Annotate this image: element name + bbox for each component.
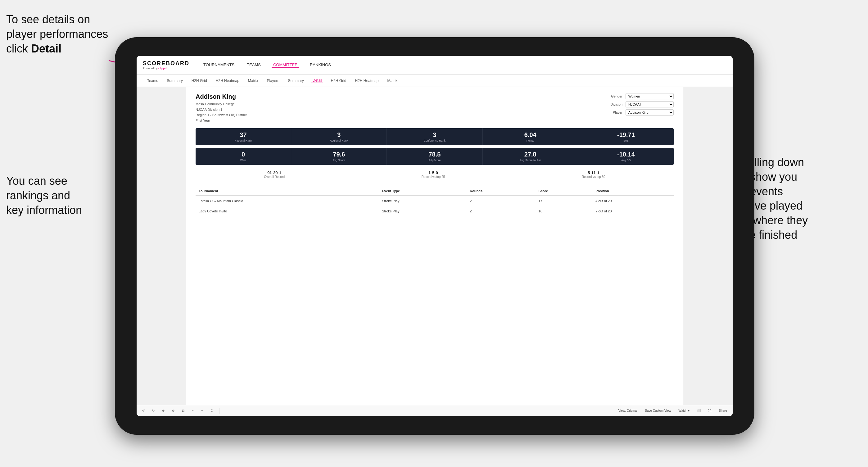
main-nav: TOURNAMENTS TEAMS COMMITTEE RANKINGS	[202, 62, 333, 68]
record-top25: 1-5-0 Record vs top 25	[422, 170, 445, 179]
division-control: Division NJCAA I	[606, 101, 674, 107]
tablet-shell: SCOREBOARD Powered by clippd TOURNAMENTS…	[115, 37, 754, 435]
score-1: 17	[535, 196, 593, 206]
annotation-top-left: To see details on player performances cl…	[6, 12, 124, 56]
position-2: 7 out of 20	[592, 206, 674, 216]
logo-powered: Powered by clippd	[143, 67, 189, 70]
subnav-players[interactable]: Players	[266, 79, 280, 83]
toolbar-plus[interactable]: +	[199, 408, 205, 413]
col-position: Position	[592, 187, 674, 196]
gender-label: Gender	[606, 94, 622, 98]
left-panel	[136, 87, 186, 405]
toolbar-right: View: Original Save Custom View Watch ▾ …	[617, 408, 729, 413]
toolbar-divider	[219, 408, 219, 414]
tournament-name-1: Estella CC- Mountain Classic	[195, 196, 379, 206]
col-event-type: Event Type	[379, 187, 467, 196]
stat-points: 6.04 Points	[483, 128, 578, 145]
stat-wins: 0 Wins	[195, 148, 291, 165]
content-area: Addison King Mesa Community College NJCA…	[136, 87, 733, 405]
stat-avg-score: 79.6 Avg Score	[291, 148, 387, 165]
tournament-table: Tournament Event Type Rounds Score Posit…	[195, 187, 674, 216]
toolbar-remove[interactable]: ⊖	[170, 408, 176, 413]
gender-control: Gender Women	[606, 93, 674, 99]
subnav-summary[interactable]: Summary	[165, 79, 184, 83]
player-region: Region 1 - Southwest (18) District	[195, 113, 247, 118]
player-division: NJCAA Division 1	[195, 107, 247, 113]
toolbar-undo[interactable]: ↺	[140, 408, 147, 413]
logo-scoreboard: SCOREBOARD	[143, 60, 189, 67]
score-2: 16	[535, 206, 593, 216]
player-name: Addison King	[195, 93, 247, 100]
col-empty	[343, 187, 379, 196]
toolbar-watch[interactable]: Watch ▾	[677, 408, 692, 413]
col-score: Score	[535, 187, 593, 196]
stats-row-2: 0 Wins 79.6 Avg Score 78.5 Adj Score 27.…	[195, 148, 674, 165]
right-panel	[683, 87, 733, 405]
toolbar-share[interactable]: Share	[717, 408, 729, 413]
sub-nav: Teams Summary H2H Grid H2H Heatmap Matri…	[136, 74, 733, 87]
subnav-h2h-heatmap[interactable]: H2H Heatmap	[215, 79, 241, 83]
player-controls: Gender Women Division NJCAA I	[606, 93, 674, 116]
position-1: 4 out of 20	[592, 196, 674, 206]
toolbar-grid[interactable]: ⊡	[180, 408, 186, 413]
main-content: Addison King Mesa Community College NJCA…	[186, 87, 683, 405]
top-nav: SCOREBOARD Powered by clippd TOURNAMENTS…	[136, 56, 733, 74]
player-control: Player Addison King	[606, 109, 674, 116]
player-header: Addison King Mesa Community College NJCA…	[195, 93, 674, 123]
subnav-summary2[interactable]: Summary	[286, 79, 305, 83]
stat-avg-sg: -10.14 Avg SG	[578, 148, 674, 165]
table-row: Estella CC- Mountain Classic Stroke Play…	[195, 196, 674, 206]
tablet-screen: SCOREBOARD Powered by clippd TOURNAMENTS…	[136, 56, 733, 416]
subnav-matrix2[interactable]: Matrix	[386, 79, 399, 83]
toolbar-minus[interactable]: −	[190, 408, 195, 413]
table-row: Lady Coyote Invite Stroke Play 2 16 7 ou…	[195, 206, 674, 216]
rounds-2: 2	[467, 206, 535, 216]
player-info: Addison King Mesa Community College NJCA…	[195, 93, 247, 123]
division-label: Division	[606, 102, 622, 106]
subnav-teams[interactable]: Teams	[146, 79, 159, 83]
stat-adj-score: 78.5 Adj Score	[387, 148, 483, 165]
player-year: First Year	[195, 118, 247, 124]
event-type-2: Stroke Play	[379, 206, 467, 216]
col-rounds: Rounds	[467, 187, 535, 196]
stat-avg-score-par: 27.8 Avg Score to Par	[483, 148, 578, 165]
stat-national-rank: 37 National Rank	[195, 128, 291, 145]
nav-rankings[interactable]: RANKINGS	[308, 62, 333, 68]
toolbar-screen[interactable]: ⬜	[695, 408, 703, 413]
stat-sos: -19.71 SoS	[578, 128, 674, 145]
stat-conference-rank: 3 Conference Rank	[387, 128, 483, 145]
subnav-detail[interactable]: Detail	[311, 78, 323, 83]
subnav-h2h-grid[interactable]: H2H Grid	[190, 79, 208, 83]
rounds-1: 2	[467, 196, 535, 206]
nav-committee[interactable]: COMMITTEE	[272, 62, 299, 68]
nav-tournaments[interactable]: TOURNAMENTS	[202, 62, 236, 68]
col-tournament: Tournament	[195, 187, 343, 196]
stat-regional-rank: 3 Regional Rank	[291, 128, 387, 145]
annotation-bottom-left: You can see rankings and key information	[6, 174, 124, 217]
subnav-matrix[interactable]: Matrix	[247, 79, 259, 83]
subnav-h2h-grid2[interactable]: H2H Grid	[330, 79, 347, 83]
event-type-1: Stroke Play	[379, 196, 467, 206]
logo-area: SCOREBOARD Powered by clippd	[143, 60, 189, 70]
nav-teams[interactable]: TEAMS	[245, 62, 262, 68]
toolbar-fullscreen[interactable]: ⛶	[706, 408, 713, 413]
tournament-name-2: Lady Coyote Invite	[195, 206, 379, 216]
toolbar-add[interactable]: ⊕	[160, 408, 166, 413]
toolbar-timer[interactable]: ⏱	[209, 408, 215, 413]
player-select[interactable]: Addison King	[625, 109, 674, 116]
subnav-h2h-heatmap2[interactable]: H2H Heatmap	[353, 79, 380, 83]
division-select[interactable]: NJCAA I	[625, 101, 674, 107]
toolbar-redo[interactable]: ↻	[150, 408, 156, 413]
toolbar-save-custom[interactable]: Save Custom View	[643, 408, 673, 413]
record-overall: 91-20-1 Overall Record	[264, 170, 285, 179]
player-college: Mesa Community College	[195, 101, 247, 107]
records-row: 91-20-1 Overall Record 1-5-0 Record vs t…	[195, 167, 674, 182]
player-label: Player	[606, 111, 622, 114]
toolbar-view-original[interactable]: View: Original	[617, 408, 640, 413]
record-top50: 5-11-1 Record vs top 50	[582, 170, 606, 179]
stats-row-1: 37 National Rank 3 Regional Rank 3 Confe…	[195, 128, 674, 145]
bottom-toolbar: ↺ ↻ ⊕ ⊖ ⊡ − + ⏱ View: Original Save Cust…	[136, 405, 733, 416]
gender-select[interactable]: Women	[625, 93, 674, 99]
